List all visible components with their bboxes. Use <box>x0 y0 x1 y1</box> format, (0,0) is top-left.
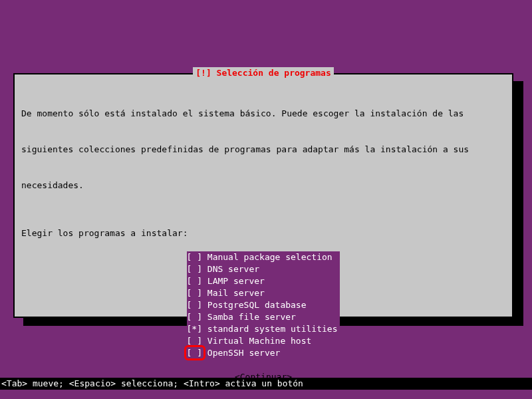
dialog-content: De momento sólo está instalado el sistem… <box>15 74 512 383</box>
prompt-text: Elegir los programas a instalar: <box>21 227 505 239</box>
package-item[interactable]: [ ] Manual package selection <box>187 251 340 263</box>
package-item[interactable]: [ ] LAMP server <box>187 275 340 287</box>
intro-line: De momento sólo está instalado el sistem… <box>21 108 505 120</box>
annotation-highlight <box>184 345 205 360</box>
package-list[interactable]: [ ] Manual package selection [ ] DNS ser… <box>187 251 340 359</box>
package-item[interactable]: [ ] Virtual Machine host <box>187 335 340 347</box>
tasksel-dialog: [!] Selección de programas De momento só… <box>13 73 513 318</box>
intro-line: necesidades. <box>21 180 505 192</box>
package-item[interactable]: [ ] DNS server <box>187 263 340 275</box>
dialog-title: [!] Selección de programas <box>193 67 334 79</box>
dialog-title-wrap: [!] Selección de programas <box>15 67 512 79</box>
continue-button[interactable]: <Continuar> <box>235 372 292 382</box>
package-item[interactable]: [*] standard system utilities <box>187 323 340 335</box>
package-item[interactable]: [ ] OpenSSH server <box>187 347 340 359</box>
package-item[interactable]: [ ] Samba file server <box>187 311 340 323</box>
intro-text: De momento sólo está instalado el sistem… <box>21 84 505 215</box>
package-item[interactable]: [ ] Mail server <box>187 287 340 299</box>
package-item[interactable]: [ ] PostgreSQL database <box>187 299 340 311</box>
package-list-wrap: [ ] Manual package selection [ ] DNS ser… <box>21 251 505 359</box>
intro-line: siguientes colecciones predefinidas de p… <box>21 144 505 156</box>
continue-wrap: <Continuar> <box>21 371 505 383</box>
